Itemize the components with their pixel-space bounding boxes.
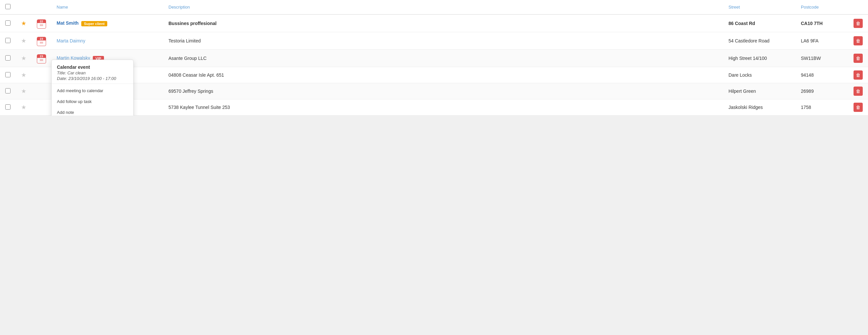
row-description-cell: 04808 Ceasar Isle Apt. 651 [163,67,723,83]
star-icon[interactable]: ★ [21,72,26,78]
contact-badge: Super client [81,21,107,26]
contact-name-link[interactable]: Mat Smith [57,21,79,26]
row-checkbox[interactable] [5,72,10,77]
row-checkbox[interactable] [5,38,10,43]
row-action-cell: 🗑 [848,83,868,99]
row-street-cell: Dare Locks [723,67,796,83]
select-all-checkbox[interactable] [5,4,10,9]
popup-action-item[interactable]: Add meeting to calendar [52,85,133,96]
row-star-cell: ★ [16,50,32,67]
row-star-cell: ★ [16,83,32,99]
row-name-cell: Marta Daimny [51,32,163,50]
row-cal-cell [32,67,51,83]
row-description-cell: Testoria Limited [163,32,723,50]
row-checkbox-cell [0,14,16,32]
row-star-cell: ★ [16,99,32,116]
row-postcode-cell: CA10 7TH [796,14,848,32]
calendar-popup: Calendar eventTitle: Car cleanDate: 23/1… [51,60,133,116]
row-checkbox-cell [0,99,16,116]
row-street-cell: 86 Coast Rd [723,14,796,32]
row-name-cell: Mat SmithSuper client [51,14,163,32]
row-checkbox-cell [0,83,16,99]
row-postcode-cell: 1758 [796,99,848,116]
calendar-icon[interactable]: 23 [37,54,46,63]
popup-actions-list: Add meeting to calendarAdd follow up tas… [52,84,133,116]
table-header-row: Name Description Street Postcode [0,0,868,14]
star-icon[interactable]: ★ [21,88,26,94]
row-action-cell: 🗑 [848,99,868,116]
calendar-icon[interactable]: 22 [37,20,46,29]
row-cal-cell: 23 [32,32,51,50]
row-cal-cell [32,83,51,99]
star-icon[interactable]: ★ [21,37,26,44]
delete-button[interactable]: 🗑 [854,87,863,96]
header-postcode: Postcode [796,0,848,14]
row-star-cell: ★ [16,67,32,83]
header-description: Description [163,0,723,14]
header-action-col [848,0,868,14]
row-postcode-cell: 94148 [796,67,848,83]
row-cal-cell: 22 [32,14,51,32]
row-cal-cell [32,99,51,116]
delete-button[interactable]: 🗑 [854,70,863,80]
popup-header: Calendar eventTitle: Car cleanDate: 23/1… [52,60,133,84]
star-icon[interactable]: ★ [21,55,26,62]
contacts-table: Name Description Street Postcode ★22Mat … [0,0,868,116]
row-street-cell: High Street 14/100 [723,50,796,67]
popup-action-item[interactable]: Add note [52,107,133,116]
popup-action-item[interactable]: Add follow up task [52,96,133,107]
delete-button[interactable]: 🗑 [854,36,863,45]
row-street-cell: Hilpert Green [723,83,796,99]
row-postcode-cell: LA6 9FA [796,32,848,50]
row-checkbox[interactable] [5,104,10,110]
popup-event-date: Date: 23/10/2019 16:00 - 17:00 [57,76,128,81]
header-cal-col [32,0,51,14]
row-cal-cell: 23 [32,50,51,67]
row-description-cell: Bussines proffesional [163,14,723,32]
row-checkbox[interactable] [5,21,10,26]
row-postcode-cell: 26989 [796,83,848,99]
table-row: ★22Mat SmithSuper clientBussines proffes… [0,14,868,32]
delete-button[interactable]: 🗑 [854,103,863,112]
star-icon[interactable]: ★ [21,104,26,111]
header-name: Name [51,0,163,14]
delete-button[interactable]: 🗑 [854,54,863,63]
table-row: ★23Marta DaimnyTestoria Limited54 Castle… [0,32,868,50]
popup-title: Calendar event [57,64,128,70]
popup-event-title: Title: Car clean [57,70,128,75]
header-street: Street [723,0,796,14]
star-icon[interactable]: ★ [21,20,26,27]
table-row: ★23Martin KowalskyVIPCalendar eventTitle… [0,50,868,67]
contacts-table-container: Name Description Street Postcode ★22Mat … [0,0,868,116]
row-checkbox[interactable] [5,88,10,93]
row-checkbox-cell [0,67,16,83]
row-description-cell: Asante Group LLC [163,50,723,67]
row-street-cell: 54 Castledore Road [723,32,796,50]
row-description-cell: 5738 Kaylee Tunnel Suite 253 [163,99,723,116]
header-checkbox-col [0,0,16,14]
row-name-cell: Martin KowalskyVIPCalendar eventTitle: C… [51,50,163,67]
row-checkbox-cell [0,32,16,50]
calendar-icon[interactable]: 23 [37,37,46,46]
row-street-cell: Jaskolski Ridges [723,99,796,116]
contact-name-link[interactable]: Marta Daimny [57,38,85,43]
row-star-cell: ★ [16,14,32,32]
row-action-cell: 🗑 [848,32,868,50]
row-action-cell: 🗑 [848,67,868,83]
row-postcode-cell: SW11BW [796,50,848,67]
row-description-cell: 69570 Jeffrey Springs [163,83,723,99]
row-action-cell: 🗑 [848,50,868,67]
row-checkbox[interactable] [5,55,10,61]
header-star-col [16,0,32,14]
row-star-cell: ★ [16,32,32,50]
delete-button[interactable]: 🗑 [854,19,863,28]
row-action-cell: 🗑 [848,14,868,32]
row-checkbox-cell [0,50,16,67]
